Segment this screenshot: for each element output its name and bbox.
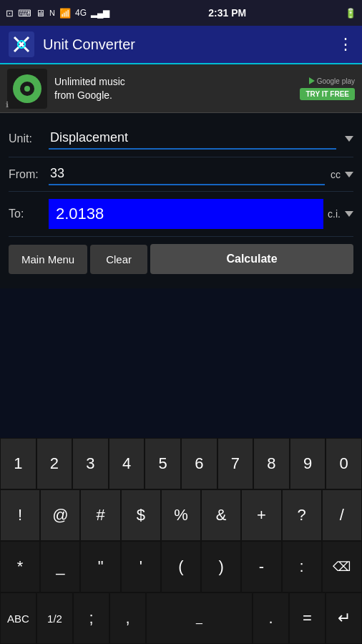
key-space[interactable]: _ bbox=[146, 592, 253, 644]
status-time: 2:31 PM bbox=[208, 7, 246, 19]
from-unit-label: cc bbox=[331, 169, 341, 180]
key-singlequote[interactable]: ' bbox=[121, 541, 161, 592]
app-icon bbox=[9, 31, 34, 57]
unit-label: Unit: bbox=[9, 132, 49, 145]
key-enter[interactable]: ↵ bbox=[326, 592, 362, 644]
key-dollar[interactable]: $ bbox=[121, 489, 161, 541]
from-row: From: cc bbox=[9, 157, 353, 192]
key-asterisk[interactable]: * bbox=[0, 541, 40, 592]
key-question[interactable]: ? bbox=[282, 489, 322, 541]
key-hash[interactable]: # bbox=[80, 489, 120, 541]
to-row: To: c.i. bbox=[9, 192, 353, 237]
ad-text: Unlimited music from Google. bbox=[54, 75, 293, 101]
keyboard-row-bottom: ABC 1/2 ; , _ . = ↵ bbox=[0, 592, 362, 644]
keyboard-row-numbers: 1 2 3 4 5 6 7 8 9 0 bbox=[0, 438, 362, 489]
key-backspace[interactable]: ⌫ bbox=[322, 541, 362, 592]
key-ampersand[interactable]: & bbox=[201, 489, 241, 541]
from-input[interactable] bbox=[49, 163, 325, 185]
play-triangle-icon bbox=[309, 77, 315, 84]
keyboard-row-symbols1: ! @ # $ % & + ? / bbox=[0, 489, 362, 541]
ad-banner[interactable]: Unlimited music from Google. Google play… bbox=[0, 64, 362, 113]
to-label: To: bbox=[9, 208, 49, 220]
keyboard: 1 2 3 4 5 6 7 8 9 0 ! @ # $ % & + ? / * … bbox=[0, 438, 362, 644]
wifi-icon: 📶 bbox=[59, 8, 71, 19]
keyboard-row-symbols2: * _ " ' ( ) - : ⌫ bbox=[0, 541, 362, 592]
unit-type-dropdown-arrow[interactable] bbox=[345, 136, 353, 142]
key-doublequote[interactable]: " bbox=[80, 541, 120, 592]
calculate-button[interactable]: Calculate bbox=[150, 244, 353, 274]
key-4[interactable]: 4 bbox=[109, 438, 145, 489]
key-minus[interactable]: - bbox=[241, 541, 281, 592]
key-9[interactable]: 9 bbox=[290, 438, 326, 489]
battery-icon: 🔋 bbox=[345, 8, 356, 19]
ad-logo-block: Google play TRY IT FREE bbox=[300, 77, 355, 100]
key-slash[interactable]: / bbox=[322, 489, 362, 541]
key-0[interactable]: 0 bbox=[326, 438, 362, 489]
key-closeparen[interactable]: ) bbox=[201, 541, 241, 592]
key-6[interactable]: 6 bbox=[181, 438, 217, 489]
title-bar: Unit Converter ⋮ bbox=[0, 26, 362, 64]
from-unit-dropdown-arrow[interactable] bbox=[345, 172, 353, 177]
to-unit-dropdown-arrow[interactable] bbox=[345, 211, 353, 217]
keyboard-icon: ⌨ bbox=[18, 8, 31, 19]
key-equals[interactable]: = bbox=[289, 592, 326, 644]
ad-info-icon: ℹ bbox=[6, 100, 9, 109]
to-input-wrapper bbox=[49, 199, 323, 229]
nfc-icon: N bbox=[49, 9, 55, 17]
key-plus[interactable]: + bbox=[241, 489, 281, 541]
key-openparen[interactable]: ( bbox=[161, 541, 201, 592]
key-semicolon[interactable]: ; bbox=[73, 592, 109, 644]
key-abc[interactable]: ABC bbox=[0, 592, 36, 644]
key-exclaim[interactable]: ! bbox=[0, 489, 40, 541]
ad-speaker-image bbox=[7, 69, 47, 109]
key-5[interactable]: 5 bbox=[145, 438, 181, 489]
key-1[interactable]: 1 bbox=[0, 438, 36, 489]
key-3[interactable]: 3 bbox=[72, 438, 109, 489]
try-free-button[interactable]: TRY IT FREE bbox=[300, 88, 355, 100]
signal-icon: 4G bbox=[75, 8, 87, 18]
main-menu-button[interactable]: Main Menu bbox=[9, 245, 87, 274]
clear-button[interactable]: Clear bbox=[90, 245, 147, 274]
app-title: Unit Converter bbox=[43, 36, 329, 53]
buttons-row: Main Menu Clear Calculate bbox=[9, 237, 353, 281]
key-colon[interactable]: : bbox=[282, 541, 322, 592]
bars-icon: ▂▄▆ bbox=[91, 8, 110, 18]
key-1-2[interactable]: 1/2 bbox=[36, 592, 73, 644]
unit-type-input[interactable] bbox=[49, 127, 336, 150]
converter-panel: Unit: From: cc To: c.i. Main Menu Clear … bbox=[0, 113, 362, 288]
to-unit-label: c.i. bbox=[328, 208, 341, 220]
overflow-menu-button[interactable]: ⋮ bbox=[338, 35, 353, 54]
from-unit-dropdown[interactable]: cc bbox=[331, 169, 353, 180]
ad-text-block: Unlimited music from Google. bbox=[54, 75, 293, 101]
status-left-icons: ⊡ ⌨ 🖥 N 📶 4G ▂▄▆ bbox=[6, 8, 109, 19]
key-at[interactable]: @ bbox=[40, 489, 80, 541]
unit-type-row: Unit: bbox=[9, 120, 353, 157]
usb-icon: 🖥 bbox=[36, 8, 45, 19]
key-underscore[interactable]: _ bbox=[40, 541, 80, 592]
key-2[interactable]: 2 bbox=[36, 438, 73, 489]
key-comma[interactable]: , bbox=[109, 592, 146, 644]
code-icon: ⊡ bbox=[6, 8, 14, 19]
to-input[interactable] bbox=[49, 199, 323, 229]
google-play-logo: Google play bbox=[309, 77, 355, 85]
from-label: From: bbox=[9, 168, 49, 181]
unit-type-dropdown[interactable] bbox=[342, 136, 353, 142]
key-period[interactable]: . bbox=[253, 592, 289, 644]
key-7[interactable]: 7 bbox=[217, 438, 254, 489]
key-8[interactable]: 8 bbox=[253, 438, 290, 489]
status-bar: ⊡ ⌨ 🖥 N 📶 4G ▂▄▆ 2:31 PM 🔋 bbox=[0, 0, 362, 26]
to-unit-dropdown[interactable]: c.i. bbox=[328, 208, 353, 220]
key-percent[interactable]: % bbox=[161, 489, 201, 541]
